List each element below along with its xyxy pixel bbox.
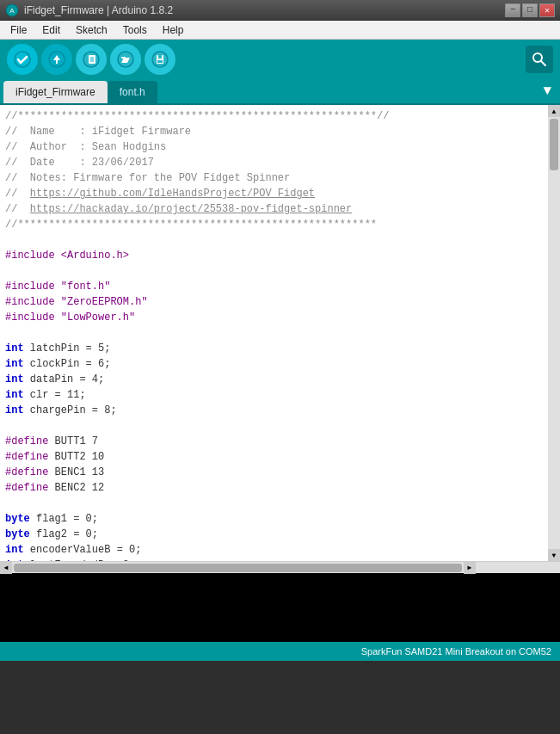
horizontal-scrollbar: ◀ ▶: [0, 561, 560, 573]
toolbar: [0, 40, 560, 79]
menu-sketch[interactable]: Sketch: [69, 22, 114, 38]
search-button[interactable]: [526, 46, 553, 73]
status-text: SparkFun SAMD21 Mini Breakout on COM52: [361, 646, 551, 657]
svg-text:A: A: [9, 7, 15, 15]
title-left: A iFidget_Firmware | Arduino 1.8.2: [5, 3, 173, 17]
console-output: [0, 573, 560, 642]
app-icon: A: [5, 3, 19, 17]
open-button[interactable]: [110, 44, 141, 75]
verify-icon: [14, 51, 31, 68]
verify-button[interactable]: [7, 44, 38, 75]
svg-line-18: [541, 61, 545, 65]
svg-rect-15: [158, 55, 162, 59]
menu-tools[interactable]: Tools: [116, 22, 154, 38]
open-icon: [117, 51, 134, 68]
search-icon: [532, 52, 547, 67]
menu-help[interactable]: Help: [156, 22, 191, 38]
menu-bar: File Edit Sketch Tools Help: [0, 21, 560, 40]
save-icon: [151, 51, 169, 68]
menu-edit[interactable]: Edit: [35, 22, 67, 38]
title-bar: A iFidget_Firmware | Arduino 1.8.2 − □ ✕: [0, 0, 560, 21]
vertical-scrollbar[interactable]: ▲ ▼: [548, 105, 560, 561]
svg-rect-16: [157, 60, 163, 63]
title-controls: − □ ✕: [505, 3, 555, 17]
upload-icon: [48, 51, 65, 68]
window-title: iFidget_Firmware | Arduino 1.8.2: [24, 4, 173, 16]
hscroll-left-button[interactable]: ◀: [0, 562, 12, 574]
tabs-dropdown-arrow[interactable]: ▼: [538, 82, 557, 101]
close-button[interactable]: ✕: [539, 3, 555, 17]
new-icon: [83, 51, 100, 68]
upload-button[interactable]: [41, 44, 72, 75]
minimize-button[interactable]: −: [505, 3, 520, 17]
code-editor[interactable]: //**************************************…: [0, 105, 548, 561]
tabs-bar: iFidget_Firmware font.h ▼: [0, 79, 560, 105]
new-button[interactable]: [76, 44, 107, 75]
svg-point-2: [15, 52, 30, 67]
hscroll-thumb[interactable]: [14, 564, 462, 572]
menu-file[interactable]: File: [3, 22, 34, 38]
save-button[interactable]: [145, 44, 175, 75]
tab-ifidget-firmware[interactable]: iFidget_Firmware: [3, 81, 108, 103]
svg-rect-12: [121, 57, 126, 59]
scrollbar-down-button[interactable]: ▼: [548, 549, 560, 561]
status-bar: SparkFun SAMD21 Mini Breakout on COM52: [0, 642, 560, 661]
hscroll-right-button[interactable]: ▶: [464, 562, 476, 574]
scrollbar-up-button[interactable]: ▲: [548, 105, 560, 117]
maximize-button[interactable]: □: [522, 3, 538, 17]
toolbar-left: [7, 44, 175, 75]
editor-container: //**************************************…: [0, 105, 560, 561]
tab-font-h[interactable]: font.h: [108, 81, 157, 103]
scrollbar-thumb[interactable]: [550, 119, 558, 170]
